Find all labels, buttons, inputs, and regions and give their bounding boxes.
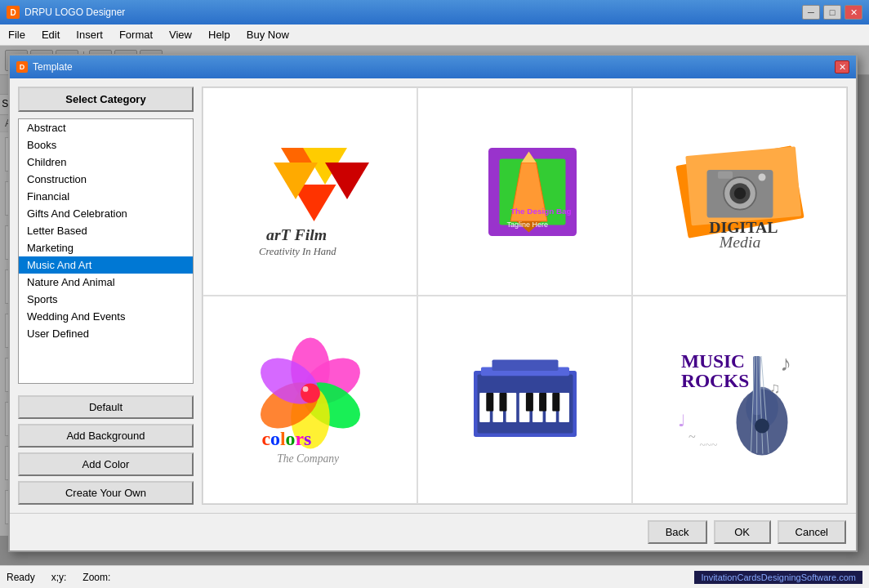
category-books[interactable]: Books <box>19 136 193 154</box>
app-icon: D <box>7 6 20 19</box>
window-controls: ─ □ ✕ <box>802 5 862 20</box>
dialog-overlay: D Template ✕ Select Category Abstract Bo… <box>0 46 869 565</box>
svg-rect-42 <box>559 393 569 422</box>
svg-text:~~~: ~~~ <box>699 438 717 450</box>
svg-text:Media: Media <box>718 232 760 250</box>
category-abstract[interactable]: Abstract <box>19 119 193 136</box>
add-background-button[interactable]: Add Background <box>18 424 194 448</box>
svg-text:The Company: The Company <box>277 452 340 465</box>
category-gifts[interactable]: Gifts And Celebration <box>19 205 193 222</box>
menu-insert[interactable]: Insert <box>68 26 111 43</box>
menu-buynow[interactable]: Buy Now <box>238 26 297 43</box>
back-button[interactable]: Back <box>648 520 707 544</box>
app-title: DRPU LOGO Designer <box>25 7 802 18</box>
status-zoom: Zoom: <box>82 572 110 583</box>
category-letter[interactable]: Letter Based <box>19 222 193 239</box>
category-music[interactable]: Music And Art <box>19 256 193 274</box>
category-user-defined[interactable]: User Defined <box>19 325 193 342</box>
svg-text:The Design Bag: The Design Bag <box>510 207 572 216</box>
svg-text:Tagline Here: Tagline Here <box>506 220 548 229</box>
art-film-logo: arT Film Creativity In Hand <box>237 118 384 265</box>
menu-format[interactable]: Format <box>111 26 161 43</box>
dialog-icon: D <box>16 61 28 73</box>
action-buttons: Default Add Background Add Color Create … <box>18 395 194 505</box>
design-bag-logo: The Design Bag Tagline Here <box>452 118 599 265</box>
menu-bar: File Edit Insert Format View Help Buy No… <box>0 24 869 46</box>
template-cell-2[interactable]: The Design Bag Tagline Here <box>417 87 632 296</box>
category-wedding[interactable]: Wedding And Events <box>19 308 193 325</box>
category-marketing[interactable]: Marketing <box>19 239 193 256</box>
create-your-own-button[interactable]: Create Your Own <box>18 481 194 505</box>
template-cell-4[interactable]: colors The Company <box>203 296 417 504</box>
svg-text:♩: ♩ <box>677 411 684 429</box>
category-construction[interactable]: Construction <box>19 171 193 188</box>
svg-text:UNPLUGGED: UNPLUGGED <box>472 457 547 470</box>
template-cell-1[interactable]: arT Film Creativity In Hand <box>203 87 417 296</box>
svg-point-19 <box>733 187 745 198</box>
cancel-button[interactable]: Cancel <box>778 520 846 544</box>
select-category-button[interactable]: Select Category <box>18 87 194 112</box>
music-unplugged-logo: MUSIC UNPLUGGED <box>452 327 599 474</box>
template-cell-6[interactable]: MUSIC ROCKS <box>632 296 847 504</box>
svg-point-61 <box>755 418 769 433</box>
dialog-body: Select Category Abstract Books Children … <box>10 78 856 513</box>
svg-text:Creativity In Hand: Creativity In Hand <box>259 245 336 256</box>
dialog-close-button[interactable]: ✕ <box>835 60 849 74</box>
dialog-sidebar: Select Category Abstract Books Children … <box>18 87 194 505</box>
svg-text:~: ~ <box>689 429 696 443</box>
category-sports[interactable]: Sports <box>19 291 193 308</box>
template-cell-5[interactable]: MUSIC UNPLUGGED <box>417 296 632 504</box>
svg-text:MUSIC: MUSIC <box>681 350 745 371</box>
category-financial[interactable]: Financial <box>19 188 193 205</box>
default-button[interactable]: Default <box>18 395 194 419</box>
svg-rect-47 <box>552 393 559 412</box>
svg-text:colors: colors <box>261 428 311 449</box>
menu-help[interactable]: Help <box>200 26 238 43</box>
svg-point-31 <box>302 386 308 392</box>
minimize-button[interactable]: ─ <box>802 5 820 20</box>
close-button[interactable]: ✕ <box>844 5 862 20</box>
svg-text:MUSIC: MUSIC <box>488 444 526 457</box>
menu-view[interactable]: View <box>161 26 200 43</box>
template-grid: arT Film Creativity In Hand <box>202 87 848 505</box>
status-ready: Ready <box>7 572 35 583</box>
svg-text:ROCKS: ROCKS <box>681 369 749 390</box>
status-coordinates: x;y: <box>51 572 67 583</box>
digital-media-logo: DIGITAL Media <box>666 118 813 265</box>
maximize-button[interactable]: □ <box>823 5 841 20</box>
menu-file[interactable]: File <box>0 26 33 43</box>
svg-rect-20 <box>718 171 733 178</box>
svg-rect-43 <box>486 393 493 412</box>
svg-text:♪: ♪ <box>780 351 791 376</box>
svg-text:♫: ♫ <box>769 380 781 396</box>
status-bar: Ready x;y: Zoom: InvitationCardsDesignin… <box>0 565 869 588</box>
svg-point-30 <box>301 383 320 403</box>
svg-point-21 <box>758 173 765 180</box>
svg-rect-44 <box>499 393 506 412</box>
svg-rect-45 <box>525 393 533 412</box>
category-nature[interactable]: Nature And Animal <box>19 274 193 291</box>
main-area: Effects Symbols Backgroun Arts ☸ ✿ ❈ ⚙ ⬡… <box>0 75 869 536</box>
music-rocks-logo: MUSIC ROCKS <box>666 327 813 474</box>
svg-rect-49 <box>492 359 558 371</box>
colors-logo: colors The Company <box>241 318 380 482</box>
template-dialog: D Template ✕ Select Category Abstract Bo… <box>8 54 858 552</box>
status-left: Ready x;y: Zoom: <box>7 572 694 583</box>
status-brand: InvitationCardsDesigningSoftware.com <box>694 571 862 584</box>
category-children[interactable]: Children <box>19 154 193 171</box>
svg-marker-3 <box>325 163 369 199</box>
dialog-footer: Back OK Cancel <box>10 513 856 550</box>
dialog-title: Template <box>33 61 835 73</box>
ok-button[interactable]: OK <box>714 520 771 544</box>
title-bar: D DRPU LOGO Designer ─ □ ✕ <box>0 0 869 24</box>
svg-rect-38 <box>506 393 516 422</box>
add-color-button[interactable]: Add Color <box>18 452 194 476</box>
dialog-title-bar: D Template ✕ <box>10 56 856 78</box>
template-cell-3[interactable]: DIGITAL Media <box>632 87 847 296</box>
svg-rect-46 <box>539 393 546 412</box>
category-list: Abstract Books Children Construction Fin… <box>18 118 194 384</box>
svg-text:arT Film: arT Film <box>266 225 327 243</box>
menu-edit[interactable]: Edit <box>33 26 68 43</box>
